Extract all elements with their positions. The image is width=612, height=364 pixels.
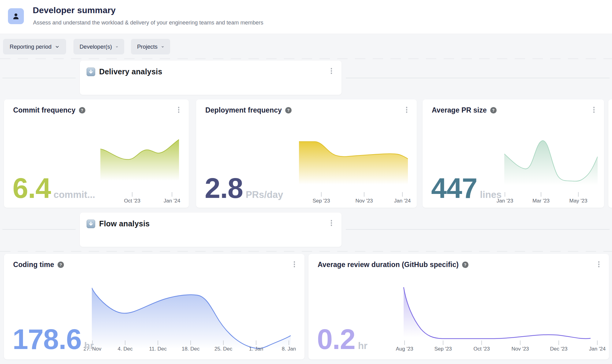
axis-label: Sep '23: [312, 198, 330, 204]
kebab-menu-icon: [593, 107, 595, 108]
question-mark-icon[interactable]: ?: [490, 107, 497, 113]
card-menu-button[interactable]: [595, 259, 603, 270]
avatar: [8, 8, 24, 24]
question-mark-icon[interactable]: ?: [79, 107, 85, 113]
axis-label: Jan '24: [164, 198, 180, 204]
filter-projects[interactable]: Projects: [131, 39, 170, 54]
kebab-menu-icon: [406, 107, 408, 108]
axis-label: 4. Dec: [118, 346, 132, 352]
review-duration-area-chart: [402, 286, 591, 342]
axis-tick: [558, 340, 559, 345]
person-icon: [12, 12, 20, 20]
filter-projects-label: Projects: [137, 43, 158, 50]
axis-tick: [402, 192, 403, 197]
metric-value: 447: [431, 177, 477, 200]
card-title: Average review duration (GitHub specific…: [318, 261, 459, 269]
axis-tick: [541, 192, 541, 197]
axis-label: Dec '23: [550, 346, 567, 352]
axis-tick: [481, 340, 482, 345]
axis-tick: [443, 340, 443, 345]
axis-label: 11. Dec: [149, 346, 166, 352]
filter-reporting-period[interactable]: Reporting period: [3, 39, 66, 54]
axis-label: 18. Dec: [182, 346, 200, 352]
question-mark-icon[interactable]: ?: [462, 262, 468, 268]
axis-tick: [520, 340, 521, 345]
axis-tick: [364, 192, 364, 197]
page-title: Developer summary: [33, 6, 116, 15]
axis-tick: [597, 340, 598, 345]
section-menu-button[interactable]: [327, 218, 335, 228]
coding-time-area-chart: [92, 286, 291, 356]
metric-value: 0.2: [317, 328, 355, 351]
axis-tick: [223, 340, 224, 345]
card-title: Commit frequency: [13, 106, 76, 114]
axis-tick: [404, 340, 405, 345]
question-mark-icon[interactable]: ?: [58, 262, 64, 268]
dashed-separator: [0, 251, 612, 252]
axis-label: Jan '24: [589, 346, 606, 352]
kebab-menu-icon: [178, 107, 180, 108]
axis-label: Mar '23: [532, 198, 550, 204]
filter-developers-label: Developer(s): [80, 43, 112, 50]
row-line-left: [2, 78, 76, 78]
card-average-review-duration: Average review duration (GitHub specific…: [308, 254, 609, 359]
axis-tick: [132, 192, 132, 197]
metric-value: 6.4: [13, 177, 51, 200]
filter-reporting-period-label: Reporting period: [10, 43, 52, 50]
metric-unit: commit...: [54, 189, 95, 200]
card-menu-button[interactable]: [590, 105, 598, 115]
kebab-menu-icon: [331, 220, 332, 221]
average-pr-size-area-chart: [504, 140, 598, 189]
commit-frequency-area-chart: [100, 139, 179, 184]
section-title: Flow analysis: [99, 219, 150, 228]
metric-unit: lines: [480, 189, 502, 200]
section-title: Delivery analysis: [99, 67, 162, 76]
section-menu-button[interactable]: [327, 66, 335, 76]
kebab-menu-icon: [598, 261, 600, 263]
section-flow-analysis: Flow analysis: [80, 213, 341, 247]
card-title: Deployment frequency: [205, 106, 282, 114]
metric-unit: hr: [358, 340, 368, 351]
cutoff-card: [608, 99, 612, 208]
axis-label: Jan '24: [394, 198, 411, 204]
filter-developers[interactable]: Developer(s): [73, 39, 124, 54]
axis-label: May '23: [569, 198, 588, 204]
axis-tick: [578, 192, 579, 197]
row-line-left: [2, 229, 76, 230]
card-coding-time: Coding time ? 27. Nov 4. Dec 11. Dec 18.…: [4, 254, 304, 359]
axis-tick: [190, 340, 191, 345]
question-mark-icon[interactable]: ?: [285, 107, 292, 113]
down-arrow-button-emoji: [87, 68, 95, 76]
metric-unit: PRs/day: [246, 189, 283, 200]
deployment-frequency-area-chart: [299, 139, 408, 188]
section-delivery-analysis: Delivery analysis: [80, 61, 341, 95]
chevron-down-icon: [161, 45, 164, 49]
card-menu-button[interactable]: [403, 105, 411, 115]
axis-label: 8. Jan: [282, 346, 296, 352]
axis-label: Sep '23: [434, 346, 452, 352]
metric-unit: hr: [84, 340, 94, 351]
card-title: Coding time: [13, 261, 54, 269]
axis-label: Nov '23: [355, 198, 373, 204]
card-commit-frequency: Commit frequency ? Oct '23 Jan '24 6.4 c…: [4, 99, 189, 208]
axis-tick: [256, 340, 256, 345]
axis-tick: [321, 192, 322, 197]
card-menu-button[interactable]: [175, 105, 183, 115]
kebab-menu-icon: [331, 68, 332, 69]
metric-value: 178.6: [13, 328, 81, 351]
row-line-right: [346, 78, 610, 78]
axis-label: 25. Dec: [215, 346, 233, 352]
down-arrow-button-emoji: [87, 220, 95, 228]
kebab-menu-icon: [294, 261, 295, 263]
page-subtitle: Assess and understand the workload & del…: [33, 20, 263, 26]
axis-label: Aug '23: [396, 346, 413, 352]
card-deployment-frequency: Deployment frequency ? Sep '23 Nov '23 J…: [196, 99, 417, 208]
page-header: Developer summary Assess and understand …: [0, 0, 612, 34]
card-title: Average PR size: [432, 106, 487, 114]
card-menu-button[interactable]: [290, 259, 298, 270]
dashed-separator: [0, 58, 612, 59]
card-average-pr-size: Average PR size ? Jan '23 Mar '23 May '2…: [423, 99, 604, 208]
axis-label: Oct '23: [124, 198, 140, 204]
axis-tick: [158, 340, 158, 345]
axis-tick: [505, 192, 505, 197]
